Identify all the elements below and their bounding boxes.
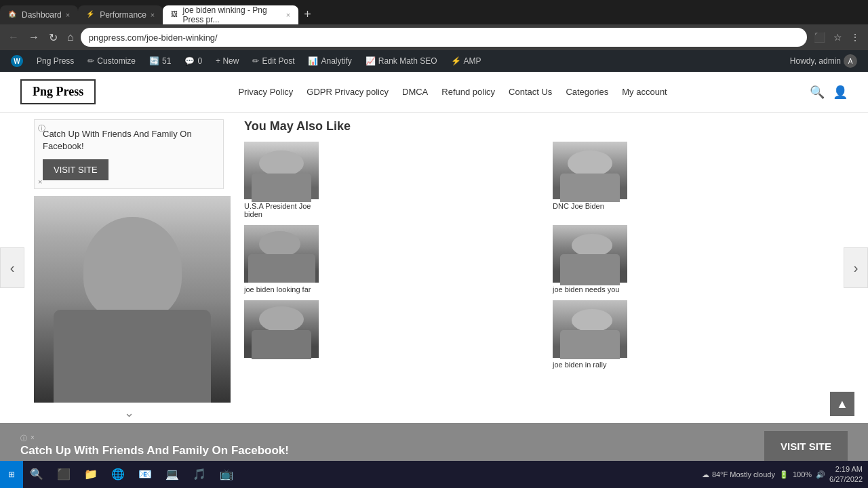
home-button[interactable]: ⌂ <box>64 30 77 45</box>
scroll-top-button[interactable]: ▲ <box>830 392 854 416</box>
forward-button[interactable]: → <box>26 30 42 45</box>
tab-close-current[interactable]: × <box>286 11 290 19</box>
bottom-ad-close-icon[interactable]: × <box>31 434 35 443</box>
related-image-5 <box>244 300 317 358</box>
back-button[interactable]: ← <box>5 30 22 45</box>
taskbar-app3[interactable]: 📺 <box>213 461 240 488</box>
taskbar-clock: 2:19 AM 6/27/2022 <box>829 464 863 485</box>
user-icon[interactable]: 👤 <box>833 85 848 100</box>
file-explorer-icon: 📁 <box>84 468 98 481</box>
ad-close-button[interactable]: × <box>38 178 42 186</box>
wp-analytify[interactable]: 📊 Analytify <box>302 50 357 72</box>
wp-logo-icon: W <box>11 55 23 67</box>
wp-site-name[interactable]: Png Press <box>31 50 79 72</box>
customize-label: Customize <box>97 56 136 66</box>
nav-categories[interactable]: Categories <box>566 87 608 97</box>
wp-amp[interactable]: ⚡ AMP <box>446 50 487 72</box>
ad-info-icon: ⓘ <box>38 123 45 134</box>
bottom-ad-info-icon: ⓘ <box>20 434 27 443</box>
section-title: You May Also Like <box>244 119 854 134</box>
next-arrow[interactable]: › <box>844 247 868 288</box>
wp-logo-item[interactable]: W <box>5 50 28 72</box>
weather-info: ☁ 84°F Mostly cloudy <box>702 470 775 479</box>
search-icon[interactable]: 🔍 <box>810 85 825 100</box>
related-card-6[interactable]: joe biden in rally <box>553 300 854 369</box>
taskbar: ⊞ 🔍 ⬛ 📁 🌐 📧 💻 🎵 📺 ☁ 84°F Mostly cloudy 🔋… <box>0 461 868 488</box>
new-label: + New <box>216 56 239 66</box>
taskbar-mail[interactable]: 📧 <box>132 461 159 488</box>
wp-rank-math[interactable]: 📈 Rank Math SEO <box>360 50 443 72</box>
related-card-4[interactable]: joe biden needs you <box>553 225 854 293</box>
wp-site-label: Png Press <box>37 56 74 66</box>
site-logo[interactable]: Png Press <box>20 79 96 104</box>
related-card-3[interactable]: joe biden looking far <box>244 225 546 293</box>
tab-dashboard[interactable]: 🏠 Dashboard × <box>0 5 78 24</box>
related-card-5[interactable] <box>244 300 546 369</box>
updates-icon: 🔄 <box>149 56 159 66</box>
related-image-2 <box>553 142 626 199</box>
tab-favicon-dashboard: 🏠 <box>8 10 18 20</box>
browser-chrome: 🏠 Dashboard × ⚡ Performance × 🖼 joe bide… <box>0 0 868 50</box>
related-card-1[interactable]: U.S.A President Joe biden <box>244 142 546 218</box>
related-image-3 <box>244 225 317 283</box>
bookmark-icon[interactable]: ☆ <box>831 30 845 44</box>
bottom-visit-button[interactable]: VISIT SITE <box>764 431 848 462</box>
taskbar-taskview[interactable]: ⬛ <box>50 461 77 488</box>
bottom-ad-text: Catch Up With Friends And Family On Face… <box>20 443 751 458</box>
tab-performance[interactable]: ⚡ Performance × <box>78 5 163 24</box>
tab-label-performance: Performance <box>100 10 146 20</box>
browser-nav-bar: ← → ↻ ⌂ ⬛ ☆ ⋮ <box>0 24 868 50</box>
related-label-2: DNC Joe Biden <box>553 202 627 210</box>
main-image <box>34 196 231 403</box>
rank-math-icon: 📈 <box>366 56 376 66</box>
related-label-1: U.S.A President Joe biden <box>244 202 319 218</box>
wp-customize[interactable]: ✏ Customize <box>82 50 141 72</box>
ad-visit-button[interactable]: VISIT SITE <box>43 159 108 180</box>
nav-my-account[interactable]: My account <box>622 87 667 97</box>
app3-icon: 📺 <box>220 468 233 481</box>
related-label-3: joe biden looking far <box>244 285 319 293</box>
wp-updates[interactable]: 🔄 51 <box>144 50 176 72</box>
related-image-6 <box>553 300 626 358</box>
nav-contact[interactable]: Contact Us <box>509 87 552 97</box>
taskbar-app2[interactable]: 🎵 <box>186 461 213 488</box>
analytify-icon: 📊 <box>308 56 318 66</box>
bottom-ad-meta: ⓘ × <box>20 434 751 443</box>
reload-button[interactable]: ↻ <box>46 30 60 45</box>
settings-icon[interactable]: ⋮ <box>848 30 863 44</box>
ad-text: Catch Up With Friends And Family On Face… <box>43 128 215 152</box>
rank-math-label: Rank Math SEO <box>378 56 437 66</box>
extensions-icon[interactable]: ⬛ <box>811 30 828 44</box>
app2-icon: 🎵 <box>193 468 206 481</box>
tab-current[interactable]: 🖼 joe biden winking - Png Press pr... × <box>163 5 298 24</box>
nav-dmca[interactable]: DMCA <box>402 87 428 97</box>
nav-refund[interactable]: Refund policy <box>441 87 495 97</box>
address-bar[interactable] <box>81 28 807 47</box>
prev-arrow[interactable]: ‹ <box>0 247 24 288</box>
taskbar-search-icon: 🔍 <box>30 468 43 481</box>
wp-new[interactable]: + New <box>210 50 244 72</box>
tab-close-dashboard[interactable]: × <box>66 11 70 19</box>
new-tab-button[interactable]: + <box>298 7 317 22</box>
taskbar-search[interactable]: 🔍 <box>23 461 50 488</box>
nav-privacy-policy[interactable]: Privacy Policy <box>238 87 293 97</box>
nav-gdpr[interactable]: GDPR Privacy policy <box>307 87 389 97</box>
tab-label-current: joe biden winking - Png Press pr... <box>183 5 282 24</box>
analytify-label: Analytify <box>321 56 351 66</box>
weather-icon: ☁ <box>702 470 709 479</box>
start-button[interactable]: ⊞ <box>0 461 23 488</box>
taskbar-browser[interactable]: 🌐 <box>104 461 132 488</box>
taskbar-time: 2:19 AM <box>829 464 863 474</box>
comments-icon: 💬 <box>184 56 195 66</box>
tab-favicon-current: 🖼 <box>171 10 178 20</box>
wp-edit-post[interactable]: ✏ Edit Post <box>247 50 300 72</box>
taskbar-file-explorer[interactable]: 📁 <box>77 461 104 488</box>
related-card-2[interactable]: DNC Joe Biden <box>553 142 854 218</box>
updates-count: 51 <box>162 56 171 66</box>
scroll-indicator: ⌄ <box>34 403 224 423</box>
tab-close-performance[interactable]: × <box>151 11 155 19</box>
wp-comments[interactable]: 💬 0 <box>179 50 208 72</box>
comments-count: 0 <box>197 56 202 66</box>
wp-howdy[interactable]: Howdy, admin A <box>785 50 863 72</box>
taskbar-app1[interactable]: 💻 <box>159 461 186 488</box>
